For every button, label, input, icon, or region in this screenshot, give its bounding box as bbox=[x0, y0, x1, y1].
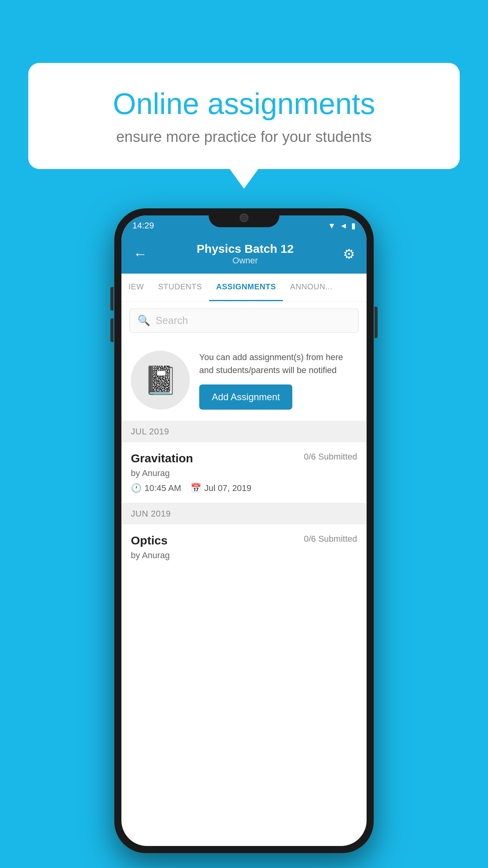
app-background: Online assignments ensure more practice … bbox=[0, 0, 488, 868]
calendar-icon: 📅 bbox=[191, 483, 201, 493]
tab-iew[interactable]: IEW bbox=[121, 274, 151, 301]
tab-students[interactable]: STUDENTS bbox=[151, 274, 209, 301]
promo-section: 📓 You can add assignment(s) from here an… bbox=[121, 340, 367, 421]
promo-description: You can add assignment(s) from here and … bbox=[199, 351, 357, 377]
back-button[interactable]: ← bbox=[133, 246, 147, 262]
search-icon: 🔍 bbox=[138, 314, 150, 327]
assignment-submitted-gravitation: 0/6 Submitted bbox=[304, 452, 357, 462]
phone-notch bbox=[209, 208, 279, 227]
header-center: Physics Batch 12 Owner bbox=[147, 242, 343, 266]
assignment-submitted-optics: 0/6 Submitted bbox=[304, 534, 357, 544]
search-container: 🔍 Search bbox=[121, 302, 367, 340]
speech-bubble-subtitle: ensure more practice for your students bbox=[60, 129, 428, 145]
notebook-icon: 📓 bbox=[143, 364, 178, 396]
search-box[interactable]: 🔍 Search bbox=[129, 309, 359, 333]
promo-icon-circle: 📓 bbox=[131, 351, 190, 410]
wifi-icon: ▼ bbox=[328, 221, 336, 230]
speech-bubble-wrapper: Online assignments ensure more practice … bbox=[28, 63, 460, 169]
tab-announcements[interactable]: ANNOUN... bbox=[283, 274, 339, 301]
assignment-item-gravitation[interactable]: Gravitation 0/6 Submitted by Anurag 🕐 10… bbox=[121, 442, 367, 503]
clock-icon: 🕐 bbox=[131, 483, 141, 493]
status-icons: ▼ ◄ ▮ bbox=[328, 221, 356, 230]
batch-title: Physics Batch 12 bbox=[147, 242, 343, 256]
assignment-meta-gravitation: 🕐 10:45 AM 📅 Jul 07, 2019 bbox=[131, 483, 357, 493]
app-header: ← Physics Batch 12 Owner ⚙ bbox=[121, 236, 367, 274]
month-separator-jul: JUL 2019 bbox=[121, 421, 367, 442]
assignment-title-optics: Optics bbox=[131, 534, 167, 547]
assignment-header-optics: Optics 0/6 Submitted bbox=[131, 534, 357, 547]
promo-content: You can add assignment(s) from here and … bbox=[199, 351, 357, 410]
batch-subtitle: Owner bbox=[147, 256, 343, 266]
assignment-by-optics: by Anurag bbox=[131, 550, 357, 561]
camera bbox=[240, 213, 248, 222]
assignment-title-gravitation: Gravitation bbox=[131, 452, 193, 465]
signal-icon: ◄ bbox=[339, 221, 347, 230]
speech-bubble: Online assignments ensure more practice … bbox=[28, 63, 460, 169]
assignment-date: 📅 Jul 07, 2019 bbox=[191, 483, 251, 493]
month-separator-jun: JUN 2019 bbox=[121, 503, 367, 524]
speech-bubble-title: Online assignments bbox=[60, 86, 428, 121]
status-time: 14:29 bbox=[132, 221, 154, 231]
phone-outer: 14:29 ▼ ◄ ▮ ← Physics Batch 12 Owner ⚙ bbox=[114, 208, 374, 853]
phone-screen: 14:29 ▼ ◄ ▮ ← Physics Batch 12 Owner ⚙ bbox=[121, 215, 367, 846]
volume-button-2 bbox=[110, 318, 114, 342]
settings-icon[interactable]: ⚙ bbox=[343, 246, 355, 262]
volume-button-1 bbox=[110, 287, 114, 311]
month-label-jun: JUN 2019 bbox=[131, 509, 171, 519]
battery-icon: ▮ bbox=[351, 221, 356, 230]
tabs-bar: IEW STUDENTS ASSIGNMENTS ANNOUN... bbox=[121, 274, 367, 302]
assignment-date-value: Jul 07, 2019 bbox=[204, 483, 251, 493]
power-button bbox=[374, 307, 378, 338]
assignment-time-value: 10:45 AM bbox=[145, 483, 181, 493]
phone-mockup: 14:29 ▼ ◄ ▮ ← Physics Batch 12 Owner ⚙ bbox=[114, 208, 374, 853]
assignment-time: 🕐 10:45 AM bbox=[131, 483, 181, 493]
search-placeholder: Search bbox=[156, 314, 188, 327]
assignment-by-gravitation: by Anurag bbox=[131, 468, 357, 478]
add-assignment-button[interactable]: Add Assignment bbox=[199, 384, 292, 410]
tab-assignments[interactable]: ASSIGNMENTS bbox=[209, 274, 283, 301]
assignment-header: Gravitation 0/6 Submitted bbox=[131, 452, 357, 465]
month-label-jul: JUL 2019 bbox=[131, 427, 169, 436]
assignment-item-optics[interactable]: Optics 0/6 Submitted by Anurag bbox=[121, 524, 367, 575]
